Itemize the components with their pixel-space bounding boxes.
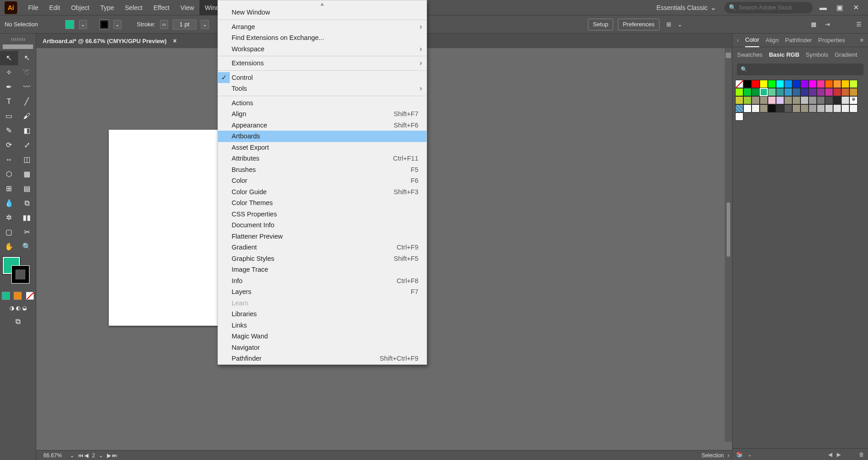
menu-item-info[interactable]: InfoCtrl+F8 bbox=[218, 275, 427, 287]
color-mode-gradient[interactable] bbox=[12, 290, 24, 301]
column-graph-tool[interactable]: ▮▮ bbox=[18, 210, 36, 225]
swatch[interactable] bbox=[776, 88, 784, 96]
hand-tool[interactable]: ✋ bbox=[0, 240, 18, 254]
menu-item-color-guide[interactable]: Color GuideShift+F3 bbox=[218, 186, 427, 198]
swatch[interactable] bbox=[817, 104, 825, 113]
window-close-button[interactable]: ✕ bbox=[850, 3, 862, 12]
menu-item-control[interactable]: ✓Control bbox=[218, 72, 427, 83]
menu-item-navigator[interactable]: Navigator bbox=[218, 342, 427, 353]
swatch[interactable] bbox=[776, 80, 784, 88]
workspace-switcher[interactable]: Essentials Classic ⌄ bbox=[653, 2, 720, 13]
selection-tool[interactable]: ↖ bbox=[0, 51, 18, 65]
snap-icon[interactable]: ⊞ bbox=[664, 20, 673, 29]
prev-artboard-icon[interactable]: ◀ bbox=[84, 453, 88, 458]
menu-item-extensions[interactable]: Extensions bbox=[218, 58, 427, 69]
menu-item-new-window[interactable]: New Window bbox=[218, 7, 427, 18]
chevron-down-icon[interactable]: ⌄ bbox=[99, 453, 103, 458]
curvature-tool[interactable]: 〰 bbox=[18, 80, 36, 94]
stroke-weight-stepper[interactable]: ‹› bbox=[160, 20, 168, 29]
swatch[interactable] bbox=[784, 104, 792, 113]
menu-item-magic-wand[interactable]: Magic Wand bbox=[218, 331, 427, 342]
swatch[interactable] bbox=[817, 88, 825, 96]
preferences-button[interactable]: Preferences bbox=[618, 19, 659, 30]
toolbox-collapse[interactable] bbox=[0, 36, 36, 43]
menu-view[interactable]: View bbox=[175, 0, 199, 15]
swatch[interactable] bbox=[817, 96, 825, 104]
last-artboard-icon[interactable]: ⏭ bbox=[112, 453, 117, 458]
menu-select[interactable]: Select bbox=[120, 0, 148, 15]
swatch[interactable] bbox=[735, 80, 743, 88]
swatch[interactable] bbox=[735, 104, 743, 113]
tab-basic-rgb[interactable]: Basic RGB bbox=[769, 51, 799, 58]
menu-item-links[interactable]: Links bbox=[218, 320, 427, 331]
chevron-down-icon[interactable]: ⌄ bbox=[70, 453, 74, 458]
fill-stroke-control[interactable] bbox=[0, 254, 36, 290]
menu-type[interactable]: Type bbox=[95, 0, 119, 15]
stock-search-input[interactable] bbox=[739, 4, 811, 11]
menu-object[interactable]: Object bbox=[66, 0, 95, 15]
swatch[interactable] bbox=[752, 104, 760, 113]
zoom-tool[interactable]: 🔍 bbox=[18, 240, 36, 254]
swatch[interactable] bbox=[792, 96, 800, 104]
tab-align[interactable]: Align bbox=[766, 37, 779, 44]
window-restore-button[interactable]: ▣ bbox=[834, 3, 845, 12]
menu-file[interactable]: File bbox=[23, 0, 44, 15]
swatch[interactable] bbox=[760, 88, 768, 96]
menu-edit[interactable]: Edit bbox=[44, 0, 66, 15]
swatch[interactable] bbox=[833, 88, 841, 96]
menu-item-flattener-preview[interactable]: Flattener Preview bbox=[218, 231, 427, 242]
menu-item-brushes[interactable]: BrushesF5 bbox=[218, 164, 427, 176]
menu-item-align[interactable]: AlignShift+F7 bbox=[218, 108, 427, 120]
swatch[interactable] bbox=[792, 88, 800, 96]
color-mode-none[interactable] bbox=[24, 290, 36, 301]
panel-menu-icon[interactable]: ☰ bbox=[854, 20, 863, 29]
swatch[interactable] bbox=[743, 104, 752, 113]
swatch[interactable] bbox=[752, 96, 760, 104]
tab-swatches[interactable]: Swatches bbox=[737, 51, 762, 58]
swatch[interactable] bbox=[768, 80, 776, 88]
vertical-scrollbar[interactable] bbox=[725, 48, 732, 442]
scroll-up-arrow[interactable] bbox=[726, 53, 731, 58]
swatch[interactable] bbox=[841, 88, 849, 96]
swatch[interactable] bbox=[809, 80, 817, 88]
swatch[interactable] bbox=[800, 104, 809, 113]
swatch[interactable] bbox=[760, 80, 768, 88]
stroke-swatch[interactable] bbox=[100, 20, 109, 29]
lasso-tool[interactable]: ➰ bbox=[18, 65, 36, 80]
swatch[interactable] bbox=[743, 88, 752, 96]
menu-item-document-info[interactable]: Document Info bbox=[218, 220, 427, 231]
eraser-tool[interactable]: ◧ bbox=[18, 123, 36, 138]
swatch[interactable] bbox=[800, 80, 809, 88]
stock-search[interactable]: 🔍 bbox=[724, 2, 813, 14]
shaper-tool[interactable]: ✎ bbox=[0, 123, 18, 138]
menu-scroll-up[interactable]: ▴ bbox=[218, 0, 427, 7]
artboard-tool[interactable]: ▢ bbox=[0, 225, 18, 240]
symbol-sprayer-tool[interactable]: ✲ bbox=[0, 210, 18, 225]
fill-dropdown[interactable]: ⌄ bbox=[79, 20, 87, 29]
swatch[interactable] bbox=[776, 96, 784, 104]
align-to-icon[interactable]: ⇥ bbox=[823, 20, 832, 29]
perspective-grid-tool[interactable]: ▦ bbox=[18, 167, 36, 181]
prev-icon[interactable]: ◀ bbox=[828, 452, 832, 457]
delete-icon[interactable]: 🗑 bbox=[859, 451, 864, 458]
swatch[interactable]: ⊕ bbox=[849, 96, 858, 104]
swatch[interactable] bbox=[743, 96, 752, 104]
swatch[interactable] bbox=[841, 96, 849, 104]
swatch[interactable] bbox=[752, 88, 760, 96]
menu-item-arrange[interactable]: Arrange bbox=[218, 21, 427, 33]
draw-inside[interactable]: ◒ bbox=[22, 301, 27, 315]
draw-behind[interactable]: ◐ bbox=[16, 301, 20, 315]
next-icon[interactable]: ▶ bbox=[837, 452, 841, 457]
scale-tool[interactable]: ⤢ bbox=[18, 138, 36, 152]
swatch[interactable] bbox=[792, 80, 800, 88]
swatch[interactable] bbox=[849, 88, 858, 96]
tab-gradient[interactable]: Gradient bbox=[834, 51, 857, 58]
toolbox-drag-handle[interactable] bbox=[3, 44, 33, 49]
blend-tool[interactable]: ⧉ bbox=[18, 196, 36, 210]
menu-item-appearance[interactable]: AppearanceShift+F6 bbox=[218, 120, 427, 131]
fill-swatch[interactable] bbox=[65, 20, 74, 29]
eyedropper-tool[interactable]: 💧 bbox=[0, 196, 18, 210]
menu-item-attributes[interactable]: AttributesCtrl+F11 bbox=[218, 153, 427, 164]
swatch[interactable] bbox=[735, 96, 743, 104]
swatch[interactable] bbox=[841, 80, 849, 88]
